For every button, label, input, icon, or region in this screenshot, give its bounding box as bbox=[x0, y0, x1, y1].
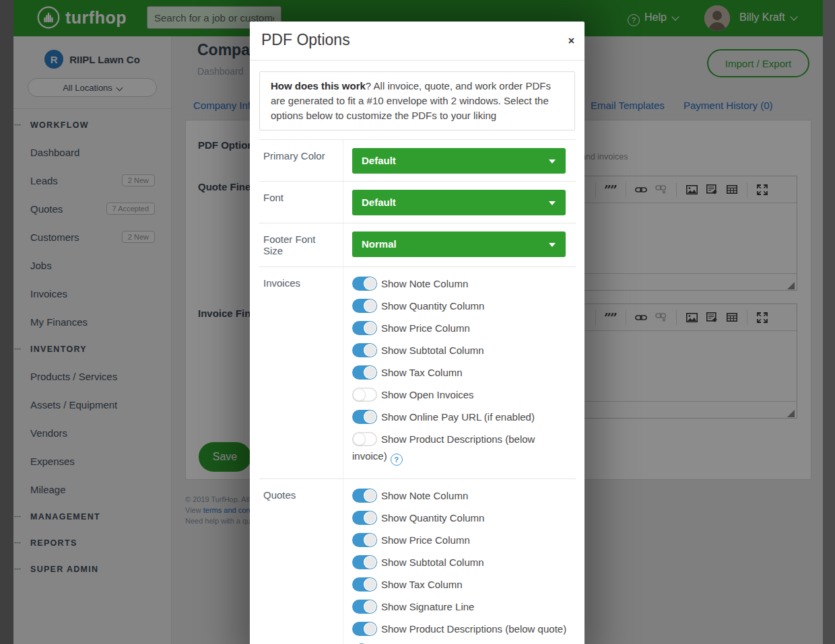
toggle-label: Show Signature Line bbox=[381, 601, 474, 612]
toggle-row: Show Price Column bbox=[352, 320, 567, 336]
modal-header: PDF Options × bbox=[250, 22, 584, 61]
toggle-on[interactable] bbox=[352, 343, 377, 357]
pdf-options-table: Primary Color Default Font Default Foote… bbox=[259, 139, 576, 644]
toggle-on[interactable] bbox=[352, 489, 377, 503]
toggle-on[interactable] bbox=[352, 600, 377, 614]
invoices-label: Invoices bbox=[259, 267, 343, 478]
toggle-on[interactable] bbox=[352, 622, 377, 636]
toggle-label: Show Note Column bbox=[381, 490, 468, 501]
toggle-row: Show Subtotal Column bbox=[352, 342, 567, 359]
close-icon[interactable]: × bbox=[568, 36, 574, 46]
toggle-label: Show Subtotal Column bbox=[381, 345, 484, 356]
primary-color-label: Primary Color bbox=[259, 140, 343, 181]
toggle-on[interactable] bbox=[352, 321, 377, 335]
quotes-label: Quotes bbox=[259, 479, 343, 644]
quotes-options-row: Quotes Show Note ColumnShow Quantity Col… bbox=[259, 479, 576, 644]
font-select[interactable]: Default bbox=[352, 190, 566, 215]
toggle-on[interactable] bbox=[352, 365, 377, 380]
toggle-row: Show Note Column bbox=[352, 275, 567, 292]
toggle-row: Show Subtotal Column bbox=[352, 554, 567, 571]
toggle-label: Show Note Column bbox=[381, 278, 468, 289]
toggle-off[interactable] bbox=[352, 432, 377, 446]
toggle-on[interactable] bbox=[352, 533, 377, 547]
toggle-on[interactable] bbox=[352, 277, 377, 291]
caret-down-icon bbox=[549, 243, 556, 247]
toggle-label: Show Quantity Column bbox=[381, 512, 484, 524]
toggle-on[interactable] bbox=[352, 410, 377, 424]
toggle-label: Show Price Column bbox=[381, 322, 470, 334]
option-row: Footer Font Size Normal bbox=[259, 223, 576, 267]
toggle-label: Show Quantity Column bbox=[381, 300, 484, 312]
toggle-row: Show Quantity Column bbox=[352, 509, 567, 526]
toggle-row: Show Product Descriptions (below invoice… bbox=[352, 431, 567, 466]
toggle-label: Show Online Pay URL (if enabled) bbox=[381, 411, 535, 423]
invoices-options-row: Invoices Show Note ColumnShow Quantity C… bbox=[259, 267, 576, 479]
toggle-row: Show Signature Line bbox=[352, 598, 567, 615]
info-bold: How does this work bbox=[271, 80, 366, 92]
modal-title: PDF Options bbox=[261, 31, 350, 49]
footer-font-size-label: Footer Font Size bbox=[259, 223, 343, 266]
caret-down-icon bbox=[549, 159, 556, 164]
toggle-on[interactable] bbox=[352, 511, 377, 525]
toggle-row: Show Price Column bbox=[352, 532, 567, 548]
toggle-label: Show Product Descriptions (below quote) bbox=[381, 623, 566, 635]
toggle-row: Show Online Pay URL (if enabled) bbox=[352, 408, 567, 425]
toggle-label: Show Tax Column bbox=[381, 579, 463, 590]
toggle-off[interactable] bbox=[352, 388, 377, 402]
pdf-options-modal: PDF Options × How does this work? All in… bbox=[250, 22, 584, 644]
modal-info-box: How does this work? All invoice, quote, … bbox=[259, 71, 575, 131]
toggle-row: Show Tax Column bbox=[352, 576, 567, 593]
toggle-on[interactable] bbox=[352, 577, 377, 592]
toggle-label: Show Subtotal Column bbox=[381, 557, 484, 568]
toggle-label: Show Tax Column bbox=[381, 367, 463, 378]
font-label: Font bbox=[259, 182, 343, 223]
caret-down-icon bbox=[549, 201, 556, 205]
toggle-label: Show Product Descriptions (below invoice… bbox=[352, 433, 535, 462]
toggle-row: Show Product Descriptions (below quote)? bbox=[352, 620, 567, 644]
footer-font-size-select[interactable]: Normal bbox=[352, 231, 566, 257]
toggle-label: Show Price Column bbox=[381, 534, 470, 546]
option-row: Font Default bbox=[259, 182, 576, 223]
toggle-row: Show Open Invoices bbox=[352, 386, 567, 403]
toggle-row: Show Tax Column bbox=[352, 364, 567, 381]
toggle-row: Show Note Column bbox=[352, 487, 567, 504]
primary-color-select[interactable]: Default bbox=[352, 148, 566, 174]
question-circle-icon[interactable]: ? bbox=[391, 454, 403, 466]
toggle-on[interactable] bbox=[352, 299, 377, 313]
option-row: Primary Color Default bbox=[259, 140, 576, 182]
toggle-row: Show Quantity Column bbox=[352, 297, 567, 314]
toggle-on[interactable] bbox=[352, 555, 377, 569]
toggle-label: Show Open Invoices bbox=[381, 389, 474, 400]
